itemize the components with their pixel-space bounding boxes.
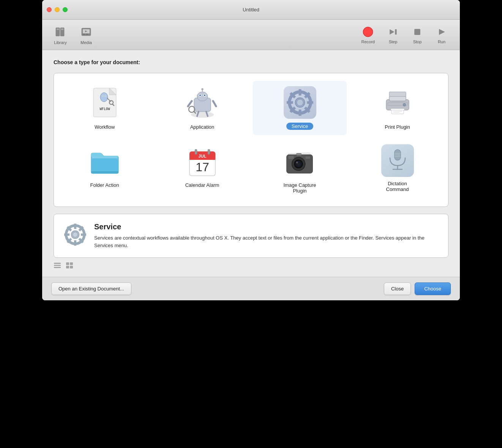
svg-marker-10 [390, 29, 394, 35]
service-label-badge: Service [286, 123, 313, 130]
media-icon [79, 25, 93, 39]
description-title: Service [94, 222, 439, 231]
svg-rect-61 [389, 92, 406, 96]
svg-rect-12 [414, 29, 420, 35]
media-button[interactable]: Media [74, 22, 98, 48]
svg-text:WFLOW: WFLOW [99, 107, 110, 111]
toolbar-right: Record Step Stop [355, 23, 454, 47]
stop-label: Stop [413, 39, 422, 44]
svg-rect-63 [91, 171, 118, 174]
close-button-footer[interactable]: Close [384, 282, 411, 295]
doc-type-dictation-command[interactable]: Dictation Command [350, 139, 444, 199]
doc-type-workflow[interactable]: WFLOW Workflow [58, 81, 152, 135]
choose-button[interactable]: Choose [415, 282, 451, 295]
titlebar: Untitled [42, 0, 460, 20]
svg-text:17: 17 [196, 160, 209, 174]
doc-type-folder-action[interactable]: Folder Action [58, 139, 152, 199]
svg-rect-104 [66, 266, 69, 268]
list-view-icon[interactable] [53, 261, 62, 270]
description-service-icon [63, 222, 87, 247]
svg-rect-69 [208, 149, 210, 155]
section-title: Choose a type for your document: [54, 59, 448, 65]
dictation-command-icon [381, 144, 414, 177]
service-icon [284, 86, 316, 119]
doc-type-calendar-alarm[interactable]: JUL 17 Calendar Alarm [155, 139, 249, 199]
svg-point-22 [105, 96, 106, 96]
workflow-label: Workflow [95, 124, 115, 130]
doc-type-grid: WFLOW Workflow [58, 81, 444, 199]
svg-rect-100 [54, 265, 61, 266]
svg-point-34 [201, 88, 203, 90]
print-plugin-icon [380, 86, 415, 120]
svg-point-18 [100, 93, 108, 102]
record-button[interactable]: Record [355, 23, 381, 47]
view-controls-bar [42, 258, 460, 270]
step-label: Step [389, 39, 398, 44]
stop-button[interactable]: Stop [405, 23, 429, 47]
doc-type-print-plugin[interactable]: Print Plugin [350, 81, 444, 135]
content-area: Choose a type for your document: WFLOW [42, 50, 460, 258]
svg-point-21 [103, 96, 103, 96]
svg-point-78 [296, 161, 298, 163]
svg-rect-2 [57, 28, 59, 30]
svg-rect-101 [54, 267, 61, 268]
svg-rect-68 [195, 149, 197, 155]
library-label: Library [54, 40, 67, 45]
folder-action-label: Folder Action [90, 182, 119, 188]
svg-line-94 [68, 228, 71, 230]
record-label: Record [362, 39, 375, 44]
svg-line-97 [80, 240, 82, 242]
grid-view-icon[interactable] [65, 261, 74, 270]
footer-bar: Open an Existing Document... Close Choos… [42, 277, 460, 300]
svg-point-52 [297, 99, 303, 106]
image-capture-label: Image Capture Plugin [284, 182, 316, 194]
svg-rect-105 [70, 266, 73, 268]
description-box: Service Services are contextual workflow… [54, 214, 448, 258]
svg-rect-3 [61, 28, 63, 30]
toolbar-left: Library Media [48, 22, 98, 48]
svg-rect-103 [70, 262, 73, 265]
doc-type-image-capture[interactable]: Image Capture Plugin [253, 139, 347, 199]
run-label: Run [438, 39, 445, 44]
description-body: Services are contextual workflows availa… [94, 234, 439, 249]
description-text-area: Service Services are contextual workflow… [94, 222, 439, 249]
footer-left: Open an Existing Document... [51, 282, 131, 295]
svg-text:JUL: JUL [198, 154, 206, 158]
step-icon [387, 26, 399, 38]
record-icon [362, 26, 374, 38]
svg-rect-56 [391, 110, 404, 114]
open-existing-button[interactable]: Open an Existing Document... [51, 282, 131, 295]
main-window: Untitled Library [42, 0, 460, 300]
svg-point-31 [199, 95, 201, 96]
svg-rect-80 [288, 155, 294, 159]
folder-action-icon [88, 144, 122, 178]
svg-line-95 [80, 228, 82, 230]
workflow-icon: WFLOW [88, 86, 122, 120]
close-button[interactable] [47, 7, 52, 12]
svg-rect-102 [66, 262, 69, 265]
toolbar: Library Media [42, 20, 460, 50]
svg-point-32 [204, 95, 205, 96]
svg-rect-81 [296, 153, 302, 155]
doc-type-service[interactable]: Service [253, 81, 347, 135]
maximize-button[interactable] [63, 7, 68, 12]
svg-point-59 [403, 103, 406, 106]
doc-type-application[interactable]: Application [155, 81, 249, 135]
svg-point-28 [197, 92, 208, 101]
svg-line-96 [68, 240, 71, 242]
library-button[interactable]: Library [48, 22, 73, 48]
run-icon [436, 26, 448, 38]
svg-rect-62 [91, 157, 118, 174]
minimize-button[interactable] [55, 7, 60, 12]
step-button[interactable]: Step [381, 23, 405, 47]
calendar-alarm-label: Calendar Alarm [185, 182, 219, 188]
image-capture-icon [283, 144, 317, 178]
svg-marker-13 [439, 29, 445, 35]
stop-icon [411, 26, 423, 38]
svg-line-36 [213, 101, 216, 106]
window-title: Untitled [243, 7, 259, 13]
svg-point-9 [363, 27, 373, 37]
application-icon [185, 86, 219, 120]
run-button[interactable]: Run [429, 23, 454, 47]
svg-point-98 [73, 232, 78, 237]
